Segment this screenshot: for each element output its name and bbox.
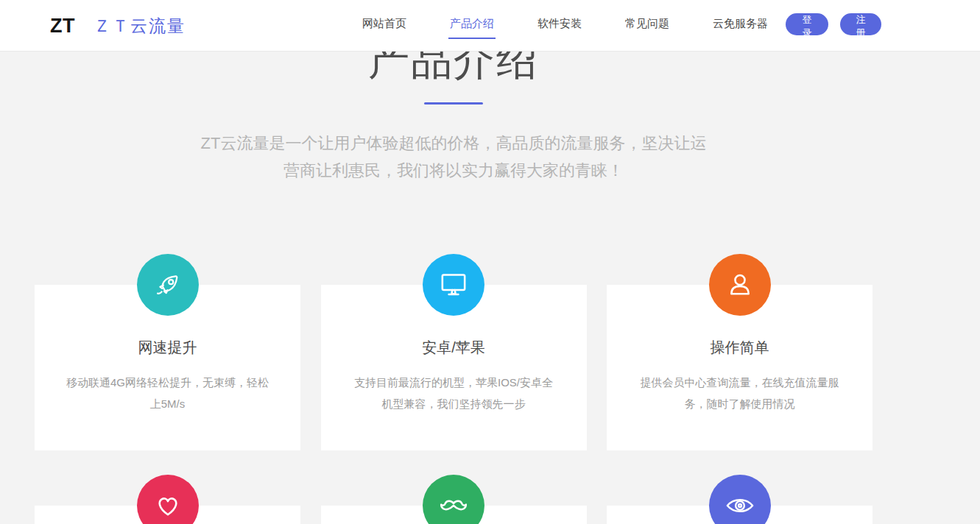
nav-item-products[interactable]: 产品介绍 <box>448 13 496 39</box>
feature-card-speed: 网速提升 移动联通4G网络轻松提升，无束缚，轻松上5M/s <box>35 285 300 450</box>
page: ZT ＺＴ云流量 网站首页 产品介绍 软件安装 常见问题 云免服务器 登录 注册… <box>0 0 980 524</box>
feature-icon-circle <box>423 254 484 316</box>
hero-description-line1: ZT云流量是一个让用户体验超低的价格，高品质的流量服务，坚决让运 <box>201 134 707 152</box>
feature-icon-circle <box>423 475 484 524</box>
feature-description: 提供会员中心查询流量，在线充值流量服务，随时了解使用情况 <box>636 372 844 414</box>
feature-icon-circle <box>137 475 199 524</box>
feature-card-devices: 安卓/苹果 支持目前最流行的机型，苹果IOS/安卓全机型兼容，我们坚持领先一步 <box>321 285 587 450</box>
feature-card-row2-2 <box>321 506 587 524</box>
feature-description: 支持目前最流行的机型，苹果IOS/安卓全机型兼容，我们坚持领先一步 <box>350 372 557 414</box>
mustache-icon <box>437 497 470 514</box>
hero-description: ZT云流量是一个让用户体验超低的价格，高品质的流量服务，坚决让运 营商让利惠民，… <box>137 130 770 184</box>
brand-logo[interactable]: ZT ＺＴ云流量 <box>50 0 186 52</box>
feature-card-row2-1 <box>35 506 300 524</box>
register-button[interactable]: 注册 <box>840 13 881 35</box>
heart-icon <box>152 492 183 520</box>
feature-icon-circle <box>137 254 199 316</box>
login-button[interactable]: 登录 <box>786 13 828 35</box>
eye-icon <box>724 495 756 517</box>
feature-card-row2-3 <box>607 506 873 524</box>
feature-card-easy-use: 操作简单 提供会员中心查询流量，在线充值流量服务，随时了解使用情况 <box>607 285 873 450</box>
title-divider <box>424 102 483 105</box>
main-nav: 网站首页 产品介绍 软件安装 常见问题 云免服务器 <box>361 0 769 52</box>
rocket-icon <box>153 270 183 300</box>
brand-logo-text: ＺＴ云流量 <box>94 15 186 38</box>
nav-item-home[interactable]: 网站首页 <box>361 13 408 39</box>
top-navbar: ZT ＺＴ云流量 网站首页 产品介绍 软件安装 常见问题 云免服务器 登录 注册 <box>0 0 980 52</box>
feature-grid: 网速提升 移动联通4G网络轻松提升，无束缚，轻松上5M/s 安卓/苹果 支持目前… <box>35 285 873 524</box>
monitor-icon <box>438 271 469 299</box>
nav-item-install[interactable]: 软件安装 <box>536 13 583 39</box>
feature-description: 移动联通4G网络轻松提升，无束缚，轻松上5M/s <box>64 372 272 414</box>
feature-icon-circle <box>709 254 771 316</box>
user-icon <box>725 271 755 299</box>
nav-item-cloud-server[interactable]: 云免服务器 <box>711 13 769 39</box>
feature-icon-circle <box>709 475 771 524</box>
brand-logo-mark: ZT <box>50 15 75 38</box>
hero-description-line2: 营商让利惠民，我们将以实力赢得大家的青睐！ <box>283 161 624 180</box>
nav-item-faq[interactable]: 常见问题 <box>624 13 671 39</box>
